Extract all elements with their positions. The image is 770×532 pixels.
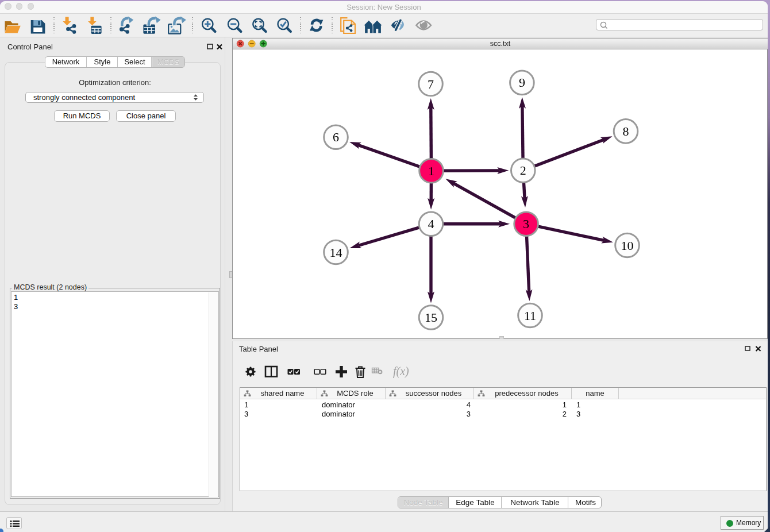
svg-text:2: 2 xyxy=(520,163,526,178)
svg-text:11: 11 xyxy=(524,309,536,323)
svg-text:1: 1 xyxy=(428,164,434,178)
svg-text:6: 6 xyxy=(333,130,339,144)
svg-text:4: 4 xyxy=(428,217,434,231)
svg-text:7: 7 xyxy=(428,77,434,91)
svg-text:8: 8 xyxy=(623,124,629,138)
svg-text:f(x): f(x) xyxy=(393,365,409,378)
svg-text:10: 10 xyxy=(621,238,634,253)
svg-text:14: 14 xyxy=(330,245,342,260)
svg-text:3: 3 xyxy=(523,217,529,231)
svg-text:15: 15 xyxy=(425,310,437,325)
svg-text:9: 9 xyxy=(519,75,525,90)
